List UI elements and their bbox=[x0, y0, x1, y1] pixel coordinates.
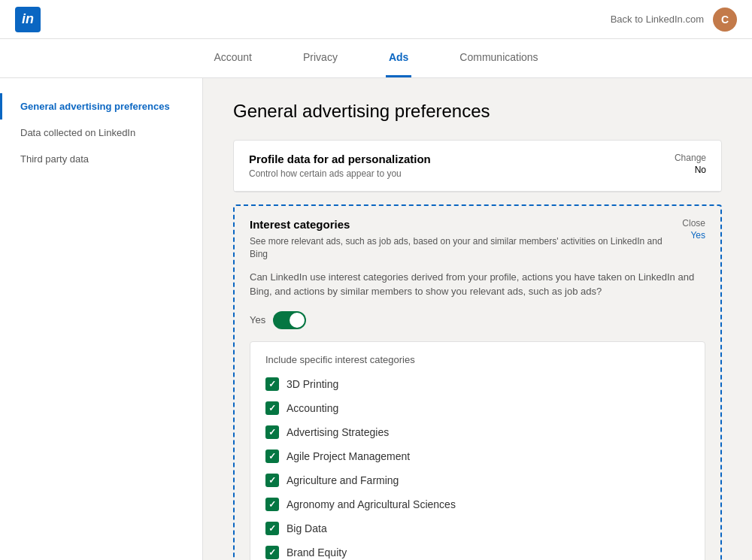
toggle-label: Yes bbox=[250, 314, 265, 325]
checkbox-agriculture-and-farming[interactable] bbox=[265, 474, 279, 487]
back-to-linkedin-link[interactable]: Back to LinkedIn.com bbox=[611, 14, 704, 25]
toggle-row: Yes bbox=[250, 311, 705, 329]
checkbox-accounting[interactable] bbox=[265, 401, 279, 415]
change-value[interactable]: No bbox=[695, 165, 706, 175]
tab-ads[interactable]: Ads bbox=[386, 39, 411, 77]
category-3d-printing: 3D Printing bbox=[265, 377, 690, 391]
category-label-brand-equity: Brand Equity bbox=[287, 546, 347, 558]
profile-data-header: Profile data for ad personalization Cont… bbox=[234, 141, 721, 192]
page-title: General advertising preferences bbox=[233, 101, 722, 122]
interest-header-right: Close Yes bbox=[682, 218, 705, 241]
category-label-agronomy: Agronomy and Agricultural Sciences bbox=[287, 498, 456, 510]
close-button[interactable]: Yes bbox=[690, 230, 705, 241]
interest-categories-description: See more relevant ads, such as job ads, … bbox=[250, 235, 682, 261]
interest-header: Interest categories See more relevant ad… bbox=[235, 206, 720, 270]
category-label-3d-printing: 3D Printing bbox=[287, 378, 338, 390]
checkbox-3d-printing[interactable] bbox=[265, 377, 279, 391]
checkbox-agile-project-management[interactable] bbox=[265, 450, 279, 463]
category-agile-project-management: Agile Project Management bbox=[265, 450, 690, 463]
top-bar-right: Back to LinkedIn.com C bbox=[611, 8, 737, 32]
checkbox-advertising-strategies[interactable] bbox=[265, 425, 279, 439]
layout: General advertising preferences Data col… bbox=[0, 78, 752, 560]
interest-toggle[interactable] bbox=[273, 311, 306, 329]
interest-categories-section: Interest categories See more relevant ad… bbox=[233, 204, 722, 560]
category-accounting: Accounting bbox=[265, 401, 690, 415]
sidebar-item-third-party[interactable]: Third party data bbox=[0, 146, 202, 172]
profile-data-header-right: Change No bbox=[675, 153, 706, 175]
sidebar: General advertising preferences Data col… bbox=[0, 78, 203, 560]
sidebar-item-general-advertising[interactable]: General advertising preferences bbox=[0, 93, 202, 120]
category-agronomy: Agronomy and Agricultural Sciences bbox=[265, 498, 690, 511]
checkbox-brand-equity[interactable] bbox=[265, 546, 279, 559]
category-label-agriculture-and-farming: Agriculture and Farming bbox=[287, 474, 399, 486]
category-label-big-data: Big Data bbox=[287, 522, 327, 534]
category-agriculture-and-farming: Agriculture and Farming bbox=[265, 474, 690, 487]
checkbox-big-data[interactable] bbox=[265, 522, 279, 535]
interest-body: Can LinkedIn use interest categories der… bbox=[235, 270, 720, 560]
profile-data-section: Profile data for ad personalization Cont… bbox=[233, 140, 722, 192]
checkbox-agronomy[interactable] bbox=[265, 498, 279, 511]
change-label: Change bbox=[675, 153, 706, 163]
category-label-agile-project-management: Agile Project Management bbox=[287, 450, 410, 462]
categories-box: Include specific interest categories 3D … bbox=[250, 341, 705, 560]
tab-communications[interactable]: Communications bbox=[456, 39, 541, 77]
interest-categories-title: Interest categories bbox=[250, 218, 682, 231]
category-brand-equity: Brand Equity bbox=[265, 546, 690, 559]
tab-privacy[interactable]: Privacy bbox=[300, 39, 341, 77]
tab-account[interactable]: Account bbox=[211, 39, 255, 77]
top-bar: in Back to LinkedIn.com C bbox=[0, 0, 752, 39]
category-advertising-strategies: Advertising Strategies bbox=[265, 425, 690, 439]
avatar[interactable]: C bbox=[713, 8, 737, 32]
close-label: Close bbox=[682, 218, 705, 229]
category-big-data: Big Data bbox=[265, 522, 690, 535]
category-label-accounting: Accounting bbox=[287, 402, 338, 414]
interest-header-left: Interest categories See more relevant ad… bbox=[250, 218, 682, 261]
categories-title: Include specific interest categories bbox=[265, 354, 690, 365]
interest-body-text: Can LinkedIn use interest categories der… bbox=[250, 270, 705, 299]
main-content: General advertising preferences Profile … bbox=[203, 78, 752, 560]
linkedin-logo: in bbox=[15, 7, 41, 32]
nav-tabs: Account Privacy Ads Communications bbox=[0, 39, 752, 78]
profile-data-header-left: Profile data for ad personalization Cont… bbox=[249, 153, 431, 179]
profile-data-description: Control how certain ads appear to you bbox=[249, 168, 431, 179]
profile-data-title: Profile data for ad personalization bbox=[249, 153, 431, 165]
category-label-advertising-strategies: Advertising Strategies bbox=[287, 426, 389, 438]
sidebar-item-data-collected[interactable]: Data collected on LinkedIn bbox=[0, 120, 202, 146]
